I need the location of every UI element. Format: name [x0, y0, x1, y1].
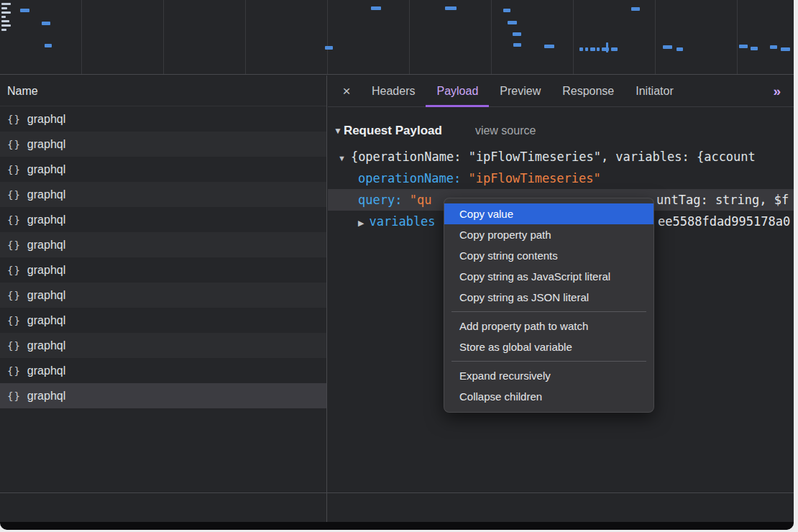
request-name-label: graphql [27, 138, 65, 151]
footer-divider [0, 492, 794, 493]
payload-tree-row[interactable]: ▼{operationName: "ipFlowTimeseries", var… [328, 146, 794, 168]
request-timing-bar [508, 21, 517, 24]
expander-down-icon[interactable]: ▼ [338, 154, 346, 162]
request-name-label: graphql [27, 314, 65, 327]
request-name-label: graphql [27, 163, 65, 176]
tab-preview[interactable]: Preview [489, 75, 551, 107]
request-name-label: graphql [27, 339, 65, 352]
json-braces-icon: {} [7, 365, 21, 377]
request-timing-bar [611, 47, 618, 51]
json-braces-icon: {} [7, 114, 21, 125]
request-timing-bar [325, 46, 333, 50]
payload-text: "qu [410, 193, 432, 207]
menu-item-copy-property-path[interactable]: Copy property path [444, 224, 653, 245]
window-bottom-edge [0, 522, 794, 530]
request-timing-bar [42, 22, 50, 25]
menu-separator [451, 361, 646, 362]
expander-right-icon[interactable]: ▶ [358, 219, 364, 227]
detail-tab-bar: × HeadersPayloadPreviewResponseInitiator… [328, 75, 794, 107]
request-name-label: graphql [27, 364, 65, 377]
stacked-request-bar [1, 24, 11, 27]
request-name-label: graphql [27, 113, 65, 126]
payload-tree-row[interactable]: operationName: "ipFlowTimeseries" [328, 168, 794, 189]
request-timing-bar [585, 47, 588, 51]
json-braces-icon: {} [7, 164, 21, 175]
network-request-row[interactable]: {}graphql [0, 232, 326, 257]
stacked-request-bar [1, 3, 11, 5]
view-source-link[interactable]: view source [475, 124, 536, 137]
tab-headers[interactable]: Headers [361, 75, 426, 107]
payload-text: "ipFlowTimeseries" [469, 171, 601, 185]
menu-item-copy-string-contents[interactable]: Copy string contents [444, 245, 653, 266]
json-braces-icon: {} [7, 340, 21, 352]
request-timing-bar [751, 47, 758, 50]
stacked-request-bar [1, 20, 9, 22]
devtools-window: Name {}graphql{}graphql{}graphql{}graphq… [0, 0, 794, 530]
menu-item-store-as-global-variable[interactable]: Store as global variable [444, 336, 653, 357]
network-request-row[interactable]: {}graphql [0, 207, 326, 232]
network-overview-timeline[interactable] [0, 0, 794, 75]
name-column-header[interactable]: Name [0, 75, 326, 106]
payload-text: variables [369, 214, 435, 229]
network-request-row[interactable]: {}graphql [0, 383, 326, 408]
json-braces-icon: {} [7, 139, 21, 150]
expander-down-icon[interactable]: ▼ [334, 126, 342, 136]
request-rows: {}graphql{}graphql{}graphql{}graphql{}gr… [0, 106, 326, 408]
request-name-label: graphql [27, 214, 65, 226]
stacked-request-bar [1, 12, 11, 14]
network-request-row[interactable]: {}graphql [0, 182, 326, 207]
json-braces-icon: {} [7, 390, 21, 402]
request-name-label: graphql [27, 390, 65, 403]
network-panel-body: Name {}graphql{}graphql{}graphql{}graphq… [0, 75, 794, 530]
close-icon[interactable]: × [332, 83, 361, 99]
network-request-row[interactable]: {}graphql [0, 308, 326, 333]
network-request-row[interactable]: {}graphql [0, 132, 326, 157]
stacked-request-bar [1, 16, 6, 18]
timeline-gridline [81, 0, 82, 74]
request-timing-bar [739, 45, 748, 48]
tab-initiator[interactable]: Initiator [625, 75, 684, 107]
menu-item-collapse-children[interactable]: Collapse children [444, 386, 653, 407]
timeline-gridline [573, 0, 574, 74]
timeline-gridline [409, 0, 410, 74]
request-timing-bar [371, 6, 381, 10]
request-timing-bar [513, 32, 521, 36]
network-request-row[interactable]: {}graphql [0, 358, 326, 383]
stacked-request-bar [1, 7, 7, 9]
menu-item-copy-string-as-javascript-literal[interactable]: Copy string as JavaScript literal [444, 266, 653, 287]
more-tabs-icon[interactable]: » [773, 83, 794, 99]
menu-item-copy-value[interactable]: Copy value [444, 203, 653, 224]
network-request-row[interactable]: {}graphql [0, 283, 326, 308]
network-request-row[interactable]: {}graphql [0, 333, 326, 358]
request-payload-title: Request Payload [344, 124, 442, 138]
timeline-gridline [163, 0, 164, 74]
timeline-gridline [327, 0, 328, 74]
menu-item-copy-string-as-json-literal[interactable]: Copy string as JSON literal [444, 287, 653, 308]
request-timing-bar [544, 45, 554, 48]
request-timing-bar [597, 47, 600, 51]
request-timing-bar [513, 43, 521, 47]
network-request-row[interactable]: {}graphql [0, 257, 326, 283]
request-timing-bar [445, 6, 457, 10]
payload-text: query: [358, 193, 410, 207]
request-timing-bar [606, 42, 608, 52]
tab-payload[interactable]: Payload [426, 75, 489, 107]
request-timing-bar [631, 7, 640, 11]
json-braces-icon: {} [7, 290, 21, 301]
network-request-row[interactable]: {}graphql [0, 157, 326, 182]
request-timing-bar [579, 47, 583, 51]
menu-separator [451, 311, 646, 312]
request-timing-bar [503, 9, 510, 12]
tabs: HeadersPayloadPreviewResponseInitiator [361, 75, 684, 107]
payload-text-tail: ee5588fdad995178a0 [658, 211, 790, 232]
payload-text: {operationName: "ipFlowTimeseries", vari… [351, 150, 756, 164]
timeline-gridline [245, 0, 246, 74]
menu-item-expand-recursively[interactable]: Expand recursively [444, 365, 653, 386]
menu-item-add-property-path-to-watch[interactable]: Add property path to watch [444, 316, 653, 336]
payload-text: operationName: [358, 171, 469, 185]
network-request-row[interactable]: {}graphql [0, 106, 326, 132]
request-timing-bar [770, 45, 777, 49]
request-timing-bar [663, 45, 672, 49]
tab-response[interactable]: Response [551, 75, 625, 107]
request-timing-bar [677, 47, 683, 51]
